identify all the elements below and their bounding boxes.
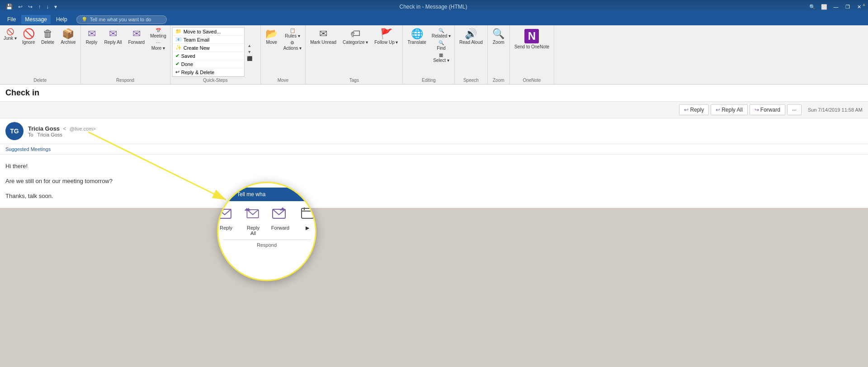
meeting-button[interactable]: 📅 Meeting [148,27,168,39]
ellipsis-icon: ··· [792,107,797,113]
customize-icon[interactable]: ▾ [53,3,58,11]
forward-label: Forward [128,40,145,45]
respond-group-label: Respond [83,77,168,84]
move-label: Move [266,40,277,45]
qs-team-email[interactable]: 📧 Team Email [173,36,244,44]
archive-button[interactable]: 📦 Archive [58,27,78,47]
find-button[interactable]: 🔍 Find [430,39,453,52]
reply-all-button[interactable]: ✉ Reply All [102,27,125,47]
translate-button[interactable]: 🌐 Translate [405,27,429,47]
qs-move-saved[interactable]: 📁 Move to Saved... [173,28,244,36]
zoom-icon: 🔍 [492,29,505,39]
folder-icon: 📁 [175,28,182,34]
sender-name-row: Tricia Goss < @live.com> [28,125,863,132]
scroll-down-btn[interactable]: ▼ [246,49,253,55]
mark-unread-label: Mark Unread [310,40,336,45]
create-new-icon: ✨ [175,45,182,51]
move-button[interactable]: 📂 Move [263,27,281,47]
related-button[interactable]: 🔍 Related ▾ [430,27,453,39]
mag-reply-all-label: ReplyAll [247,225,259,236]
forward-button[interactable]: ✉ Forward [125,27,147,47]
expand-btn[interactable]: ⬛ [246,55,253,61]
delete-icon: 🗑 [43,29,53,39]
related-icon: 🔍 [439,28,444,33]
reply-all-arrow-icon: ↩ [716,107,720,113]
minimize-btn[interactable]: — [832,3,840,11]
forward-icon: ✉ [132,29,141,39]
save-icon[interactable]: 💾 [5,3,14,11]
mag-respond-label: Respond [223,240,311,248]
reply-button[interactable]: ✉ Reply [83,27,101,47]
reply-delete-icon: ↩ [175,69,179,75]
mark-unread-icon: ✉ [319,29,327,39]
mag-forward-button[interactable]: Forward [269,207,292,231]
ribbon-collapse-btn[interactable]: ▲ [862,2,866,7]
mark-unread-button[interactable]: ✉ Mark Unread [307,27,339,47]
qs-reply-delete[interactable]: ↩ Reply & Delete [173,68,244,76]
qs-saved[interactable]: ✔ Saved [173,52,244,60]
ribbon-group-speech: 🔊 Read Aloud Speech [455,25,488,84]
zoom-label: Zoom [493,40,505,45]
title-bar-left: 💾 ↩ ↪ ↑ ↓ ▾ [5,3,58,11]
menu-file[interactable]: File [4,15,19,24]
read-aloud-button[interactable]: 🔊 Read Aloud [457,27,486,47]
ignore-button[interactable]: 🚫 Ignore [19,27,38,47]
sender-email: @live.com> [70,126,96,132]
tell-me-search[interactable]: 💡 Tell me what you want to do [76,15,167,24]
message-header-bar: ↩ Reply ↩ Reply All ↪ Forward ··· Sun 7/… [0,102,868,118]
reply-all-icon: ✉ [109,29,117,39]
window-title: Check in - Message (HTML) [399,4,467,10]
actions-button[interactable]: ⚙ Actions ▾ [282,39,304,52]
mag-tell-me-text: Tell me wha [237,191,265,198]
editing-content: 🌐 Translate 🔍 Related ▾ 🔍 Find ▦ Select … [405,27,453,77]
redo-icon[interactable]: ↪ [27,3,34,11]
follow-up-button[interactable]: 🚩 Follow Up ▾ [372,27,401,47]
menu-message[interactable]: Message [21,15,51,24]
reply-top-button[interactable]: ↩ Reply [679,104,709,115]
scroll-up-btn[interactable]: ▲ [246,42,253,49]
move-col-right: 📋 Rules ▾ ⚙ Actions ▾ [282,27,304,52]
rules-button[interactable]: 📋 Rules ▾ [282,27,304,39]
tell-me-placeholder: Tell me what you want to do [90,17,151,22]
ribbon-group-tags: ✉ Mark Unread 🏷 Categorize ▾ 🚩 Follow Up… [306,25,403,84]
translate-label: Translate [407,40,426,45]
more-respond-button[interactable]: ⋯ More ▾ [148,39,168,52]
qs-create-new[interactable]: ✨ Create New [173,44,244,52]
reply-all-top-button[interactable]: ↩ Reply All [711,104,748,115]
sender-avatar: TG [5,122,24,140]
up-icon[interactable]: ↑ [37,3,42,11]
window-icon[interactable]: ⬜ [820,3,828,11]
ignore-icon: 🚫 [23,29,35,39]
categorize-icon: 🏷 [350,29,360,39]
quick-steps-label: quick-steps [172,77,259,84]
delete-button[interactable]: 🗑 Delete [38,27,57,47]
mag-more-button[interactable]: ▶ [296,207,316,231]
undo-icon[interactable]: ↩ [17,3,24,11]
actions-icon: ⚙ [290,40,294,45]
down-icon[interactable]: ↓ [45,3,50,11]
move-icon: 📂 [265,29,278,39]
zoom-button[interactable]: 🔍 Zoom [490,27,508,47]
mag-respond-buttons: Reply ReplyAll [223,207,311,236]
reply-icon: ✉ [88,29,96,39]
select-button[interactable]: ▦ Select ▾ [430,52,453,64]
qs-done[interactable]: ✔ Done [173,60,244,68]
email-subject: Check in [0,85,868,102]
categorize-button[interactable]: 🏷 Categorize ▾ [340,27,371,47]
forward-top-button[interactable]: ↪ Forward [750,104,785,115]
lightbulb-icon: 💡 [81,17,88,23]
send-to-onenote-button[interactable]: N Send to OneNote [512,27,552,51]
more-actions-button[interactable]: ··· [787,104,802,115]
restore-btn[interactable]: ❐ [844,3,852,11]
zoom-content: 🔍 Zoom [490,27,508,77]
mag-reply-button[interactable]: Reply [217,207,238,231]
suggested-meetings-link[interactable]: Suggested Meetings [5,146,51,152]
menu-help[interactable]: Help [52,15,71,24]
reply-label: Reply [86,40,98,45]
title-bar-right: 🔍 ⬜ — ❐ ✕ [808,3,863,11]
junk-button[interactable]: 🚫 Junk ▾ [2,27,19,42]
translate-icon: 🌐 [411,29,423,39]
mag-reply-all-button[interactable]: ReplyAll [241,207,265,236]
search-title-btn[interactable]: 🔍 [808,3,816,11]
sender-info: Tricia Goss < @live.com> To Tricia Goss [28,125,863,137]
